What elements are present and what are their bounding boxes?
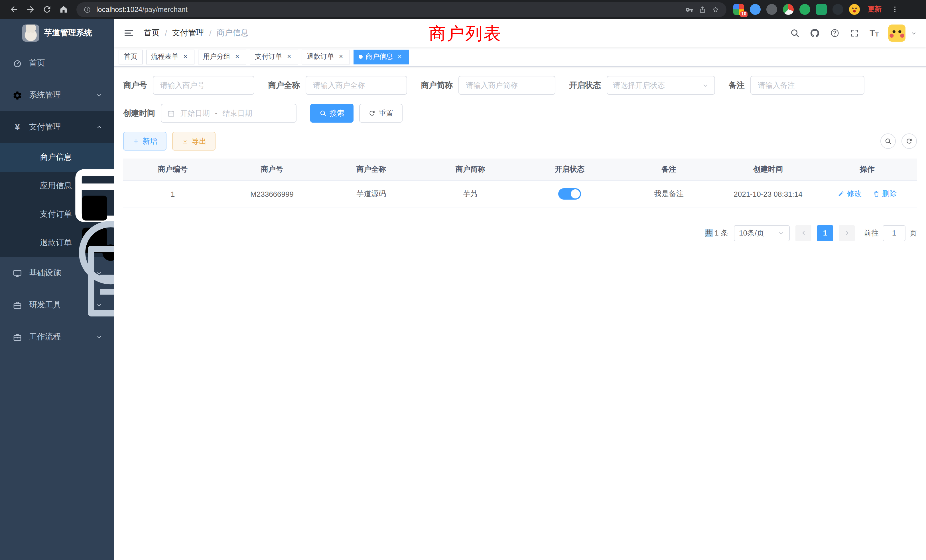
download-icon — [181, 138, 189, 145]
page-size-select[interactable]: 10条/页 — [734, 225, 790, 241]
fullscreen-icon[interactable] — [850, 28, 860, 38]
browser-back-icon[interactable] — [9, 5, 19, 14]
extension-grid-icon[interactable]: 10 — [733, 4, 744, 15]
extension-notes-icon[interactable] — [816, 4, 827, 15]
sidebar-item-merchant-info[interactable]: 商户信息 — [0, 143, 114, 172]
tab-merchant-info[interactable]: 商户信息 × — [354, 49, 409, 64]
sidebar-item-dev-tools[interactable]: 研发工具 — [0, 289, 114, 321]
reset-button[interactable]: 重置 — [359, 104, 402, 123]
extension-multicolor-icon[interactable] — [783, 4, 794, 15]
extension-blue-icon[interactable] — [750, 4, 761, 15]
refresh-icon — [905, 138, 913, 145]
trash-icon — [873, 191, 880, 197]
breadcrumb-payment[interactable]: 支付管理 — [172, 28, 204, 38]
page-unit-label: 页 — [909, 228, 917, 238]
date-separator: - — [215, 109, 218, 118]
tab-label: 流程表单 — [151, 52, 179, 62]
search-button[interactable]: 搜索 — [310, 104, 354, 123]
browser-update-button[interactable]: 更新 — [868, 5, 882, 14]
browser-home-icon[interactable] — [59, 5, 68, 14]
prev-page-button[interactable] — [796, 225, 811, 241]
breadcrumb-home[interactable]: 首页 — [144, 28, 160, 38]
edit-link[interactable]: 修改 — [838, 189, 862, 199]
share-icon[interactable] — [699, 5, 707, 14]
tab-label: 用户分组 — [203, 52, 230, 62]
close-icon[interactable]: × — [285, 53, 293, 61]
browser-menu-icon[interactable] — [891, 5, 899, 14]
tab-refund-order[interactable]: 退款订单 × — [302, 49, 350, 64]
tab-home[interactable]: 首页 — [119, 49, 142, 64]
close-icon[interactable]: × — [181, 53, 189, 61]
merchant-no-input[interactable] — [153, 76, 254, 95]
sidebar-subitem-label: 商户信息 — [40, 152, 72, 162]
avatar-caret-icon[interactable] — [911, 30, 917, 36]
browser-forward-icon[interactable] — [26, 5, 35, 14]
site-info-icon[interactable] — [83, 5, 91, 14]
full-name-input[interactable] — [306, 76, 407, 95]
tab-label: 首页 — [124, 52, 138, 62]
delete-link[interactable]: 删除 — [873, 189, 897, 199]
filter-label: 创建时间 — [123, 108, 155, 118]
tab-process-form[interactable]: 流程表单 × — [146, 49, 194, 64]
add-button[interactable]: 新增 — [123, 132, 166, 151]
status-select[interactable]: 请选择开启状态 — [607, 76, 715, 95]
font-size-icon[interactable]: TT — [870, 29, 879, 38]
sidebar-item-system[interactable]: 系统管理 — [0, 79, 114, 111]
status-toggle[interactable] — [558, 188, 581, 200]
toolbox-icon — [12, 300, 22, 310]
close-icon[interactable]: × — [337, 53, 345, 61]
toggle-search-button[interactable] — [881, 133, 896, 149]
password-key-icon[interactable] — [685, 5, 693, 14]
sidebar-toggle-icon[interactable] — [123, 27, 135, 39]
browser-toolbar: localhost:1024/pay/merchant 10 更新 — [0, 0, 926, 19]
edit-icon — [838, 191, 844, 197]
close-icon[interactable]: × — [233, 53, 241, 61]
tab-pay-order[interactable]: 支付订单 × — [250, 49, 298, 64]
address-bar[interactable]: localhost:1024/pay/merchant — [76, 2, 726, 17]
filter-status: 开启状态 请选择开启状态 — [569, 76, 715, 95]
filter-full-name: 商户全称 — [268, 76, 407, 95]
extension-emoji-icon[interactable] — [849, 4, 860, 15]
col-short-name: 商户简称 — [421, 159, 520, 180]
page-content: 商户号 商户全称 商户简称 开启状态 请选择开启状态 — [114, 67, 926, 560]
bookmark-star-icon[interactable] — [712, 5, 720, 14]
gear-icon — [12, 90, 22, 100]
github-icon[interactable] — [809, 28, 820, 38]
goto-label: 前往 — [864, 228, 879, 238]
cell-full-name: 芋道源码 — [322, 180, 421, 207]
page-number-1[interactable]: 1 — [817, 225, 833, 241]
col-merchant-no: 商户号 — [222, 159, 322, 180]
user-avatar[interactable] — [888, 24, 905, 42]
extension-green-icon[interactable] — [799, 4, 810, 15]
export-button[interactable]: 导出 — [172, 132, 216, 151]
help-icon[interactable] — [830, 28, 840, 38]
next-page-button[interactable] — [839, 225, 855, 241]
sidebar-item-payment[interactable]: ¥ 支付管理 — [0, 111, 114, 143]
tags-view: 首页 流程表单 × 用户分组 × 支付订单 × 退款订单 × — [114, 47, 926, 67]
app-title: 芋道管理系统 — [44, 28, 92, 38]
sidebar-item-infrastructure[interactable]: 基础设施 — [0, 257, 114, 289]
pagination: 共 1 条 10条/页 1 前往 页 — [123, 225, 917, 241]
sidebar-logo[interactable]: 芋道管理系统 — [0, 19, 114, 47]
browser-reload-icon[interactable] — [42, 5, 52, 14]
create-time-range-picker[interactable]: 开始日期 - 结束日期 — [161, 104, 297, 123]
monitor-icon — [12, 268, 22, 278]
tab-user-group[interactable]: 用户分组 × — [198, 49, 246, 64]
filter-form-row-1: 商户号 商户全称 商户简称 开启状态 请选择开启状态 — [123, 76, 917, 95]
total-count: 共 1 条 — [705, 228, 728, 238]
search-icon[interactable] — [790, 28, 800, 38]
close-icon[interactable]: × — [396, 53, 404, 61]
refresh-table-button[interactable] — [902, 133, 917, 149]
sidebar-group-payment: ¥ 支付管理 商户信息 应用信息 支付订单 退 — [0, 111, 114, 257]
breadcrumb-separator: / — [209, 29, 212, 38]
short-name-input[interactable] — [458, 76, 555, 95]
remark-input[interactable] — [750, 76, 864, 95]
goto-page-input[interactable] — [883, 225, 905, 241]
chevron-down-icon — [702, 82, 709, 89]
sidebar-item-home[interactable]: 首页 — [0, 47, 114, 79]
calendar-icon — [167, 109, 175, 117]
goto-page: 前往 页 — [864, 225, 917, 241]
extension-dark-icon[interactable] — [832, 4, 843, 15]
sidebar-item-workflow[interactable]: 工作流程 — [0, 321, 114, 353]
extension-gray-icon[interactable] — [766, 4, 777, 15]
